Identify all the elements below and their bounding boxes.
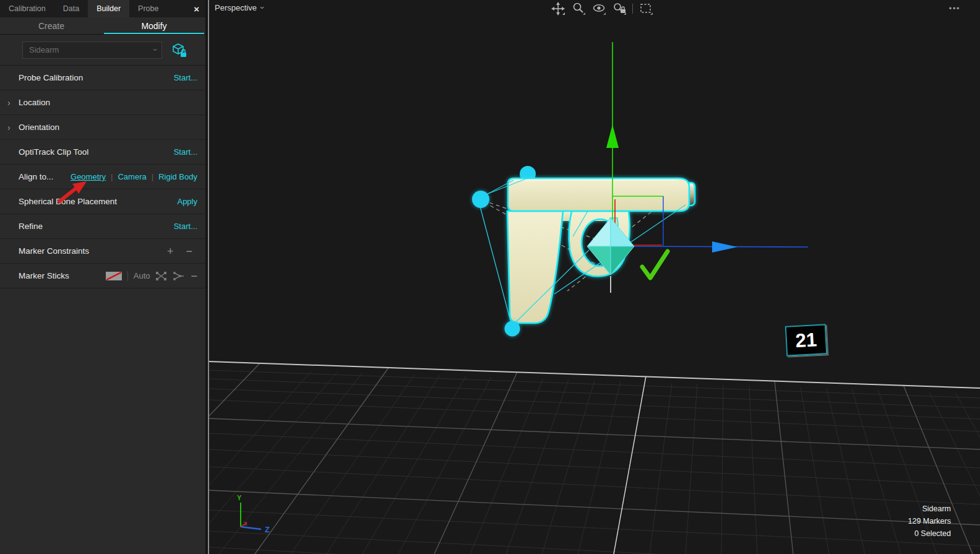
pane-tabstrip: Calibration Data Builder Probe × [0, 0, 205, 17]
translate-tool-icon[interactable] [551, 2, 565, 15]
tab-data[interactable]: Data [54, 0, 88, 17]
spherical-bone-label: Spherical Bone Placement [19, 197, 117, 206]
probe-calibration-label: Probe Calibration [19, 73, 83, 82]
row-location[interactable]: › Location [0, 90, 205, 115]
chevron-down-icon: › [151, 48, 159, 51]
row-marker-constraints: Marker Constraints + − [0, 239, 205, 264]
viewport-toolbar [551, 2, 653, 15]
tab-probe[interactable]: Probe [129, 0, 167, 17]
builder-tool-list: Probe Calibration Start... › Location › … [0, 66, 205, 288]
align-geometry-button[interactable]: Geometry [71, 172, 106, 181]
add-constraint-icon[interactable]: + [167, 246, 174, 257]
zoom-tool-icon[interactable] [571, 2, 586, 15]
subtab-modify[interactable]: Modify [103, 17, 205, 34]
chevron-right-icon: › [7, 123, 11, 132]
check-annotation [642, 251, 668, 278]
orientation-label: Orientation [19, 123, 59, 132]
axis-gizmo: Y Z x [237, 494, 270, 534]
marker-sticks-label: Marker Sticks [19, 271, 69, 280]
divider: | [111, 172, 113, 181]
camera-mode-dropdown[interactable]: Perspective › [215, 3, 264, 12]
marquee-select-tool-icon[interactable] [638, 2, 653, 15]
refine-label: Refine [19, 222, 43, 231]
row-refine: Refine Start... [0, 214, 205, 239]
axis-z-label: Z [265, 525, 270, 534]
refine-start-button[interactable]: Start... [174, 222, 197, 231]
stick-mesh-icon[interactable] [155, 271, 167, 281]
toolbar-divider [632, 4, 633, 14]
stick-color-swatch[interactable] [106, 272, 122, 280]
marker-count-badge: 21 [785, 324, 827, 356]
divider [127, 271, 128, 281]
perspective-viewport[interactable]: Y Z x Perspective › [209, 0, 980, 554]
status-selected-count: 0 Selected [908, 527, 951, 540]
axis-y-label: Y [237, 494, 242, 501]
align-rigid-body-button[interactable]: Rigid Body [158, 172, 197, 181]
x-axis-arrow [634, 241, 808, 253]
auto-sticks-button[interactable]: Auto [134, 271, 150, 280]
divider: | [152, 172, 153, 181]
chevron-right-icon: › [7, 98, 11, 108]
status-marker-count: 129 Markers [908, 515, 951, 527]
remove-constraint-icon[interactable]: − [186, 246, 192, 257]
optitrack-motive-window: Calibration Data Builder Probe × Create … [0, 0, 980, 554]
location-label: Location [19, 98, 50, 107]
subtab-create[interactable]: Create [0, 17, 103, 34]
align-camera-button[interactable]: Camera [118, 172, 146, 181]
builder-subtabs: Create Modify [0, 17, 205, 35]
remove-stick-icon[interactable]: − [191, 271, 197, 282]
axis-x-label: x [244, 520, 247, 527]
row-spherical-bone: Spherical Bone Placement Apply [0, 189, 205, 214]
stick-chain-icon[interactable] [173, 271, 185, 281]
marker-constraints-label: Marker Constraints [19, 246, 89, 256]
spherical-bone-apply-button[interactable]: Apply [177, 197, 197, 206]
pane-viewport-divider[interactable] [208, 0, 209, 554]
locked-asset-cube-icon[interactable] [171, 42, 187, 58]
chevron-down-icon: › [259, 6, 267, 9]
status-asset-name: Sidearm [908, 503, 951, 515]
close-pane-icon[interactable]: × [187, 0, 205, 17]
asset-dropdown[interactable]: Sidearm › [22, 41, 162, 59]
no-color-stripe [106, 272, 122, 280]
row-probe-calibration: Probe Calibration Start... [0, 66, 205, 90]
asset-dropdown-value: Sidearm [29, 45, 154, 54]
clip-tool-start-button[interactable]: Start... [174, 147, 197, 157]
cube-lock-glyph [171, 42, 187, 58]
visibility-eye-icon[interactable] [591, 2, 606, 15]
align-to-label: Align to... [19, 172, 53, 181]
row-orientation[interactable]: › Orientation [0, 115, 205, 140]
builder-pane: Calibration Data Builder Probe × Create … [0, 0, 208, 554]
panel-empty-area [0, 288, 205, 554]
asset-selector-area: Sidearm › [0, 35, 205, 66]
row-marker-sticks: Marker Sticks Auto [0, 264, 205, 288]
marker[interactable] [505, 321, 520, 337]
selection-status: Sidearm 129 Markers 0 Selected [908, 503, 951, 540]
row-align-to: Align to... Geometry | Camera | Rigid Bo… [0, 165, 205, 189]
row-clip-tool: OptiTrack Clip Tool Start... [0, 140, 205, 165]
marker[interactable] [472, 191, 489, 208]
floor-grid [209, 361, 980, 554]
zoom-lock-tool-icon[interactable] [612, 2, 627, 15]
probe-calibration-start-button[interactable]: Start... [174, 73, 197, 82]
tab-builder[interactable]: Builder [88, 0, 129, 17]
scene-canvas: Y Z x [209, 0, 980, 554]
overflow-menu-icon[interactable]: ••• [949, 4, 960, 13]
tab-calibration[interactable]: Calibration [0, 0, 54, 17]
camera-mode-value: Perspective [215, 3, 257, 12]
clip-tool-label: OptiTrack Clip Tool [19, 147, 88, 157]
